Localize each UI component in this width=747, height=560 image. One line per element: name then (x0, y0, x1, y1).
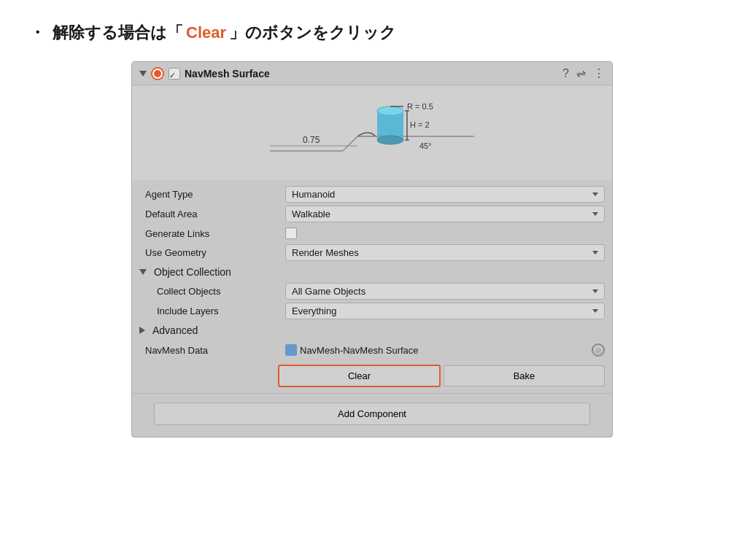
page-header: ・ 解除する場合は「Clear」のボタンをクリック (29, 22, 396, 44)
add-component-row: Add Component (132, 400, 612, 428)
navmesh-data-row: NavMesh Data NavMesh-NavMesh Surface ◎ (139, 340, 605, 360)
section-collapse-icon (139, 269, 147, 275)
include-layers-selected: Everything (292, 306, 336, 316)
header-text-before: 解除する場合は「 (53, 22, 183, 44)
use-geometry-dropdown[interactable]: Render Meshes (285, 244, 605, 261)
help-icon[interactable]: ? (562, 67, 569, 80)
add-component-button[interactable]: Add Component (154, 402, 590, 425)
header-clear-word: Clear (186, 23, 226, 42)
generate-links-value (285, 228, 605, 239)
navmesh-asset-name: NavMesh-NavMesh Surface (300, 345, 419, 356)
navmesh-target-icon[interactable]: ◎ (592, 343, 605, 357)
collect-objects-row: Collect Objects All Game Objects (139, 281, 605, 301)
bullet: ・ (29, 22, 45, 44)
properties-area: Agent Type Humanoid Default Area Walkabl… (132, 182, 612, 363)
advanced-label: Advanced (152, 324, 198, 336)
generate-links-row: Generate Links (139, 224, 605, 243)
settings-icon[interactable]: ⇌ (576, 66, 586, 80)
use-geometry-selected: Render Meshes (292, 247, 359, 258)
diagram-area: 0.75 R = 0.5 H = 2 45° (132, 85, 612, 180)
panel-header-left: NavMesh Surface (139, 67, 558, 80)
svg-point-7 (377, 136, 403, 144)
use-geometry-value: Render Meshes (285, 244, 605, 261)
dropdown-arrow-icon (592, 309, 598, 313)
agent-type-dropdown[interactable]: Humanoid (285, 186, 605, 203)
include-layers-dropdown[interactable]: Everything (285, 303, 605, 319)
panel-header-right: ? ⇌ ⋮ (562, 66, 605, 80)
default-area-dropdown[interactable]: Walkable (285, 206, 605, 222)
advanced-section[interactable]: Advanced (139, 321, 605, 340)
agent-type-selected: Humanoid (292, 189, 335, 200)
dropdown-arrow-icon (592, 192, 598, 196)
collapse-arrow-icon[interactable] (139, 71, 147, 77)
include-layers-label: Include Layers (139, 306, 285, 316)
navmesh-data-value: NavMesh-NavMesh Surface ◎ (285, 343, 605, 357)
dropdown-arrow-icon (592, 212, 598, 216)
default-area-row: Default Area Walkable (139, 204, 605, 224)
agent-type-label: Agent Type (139, 189, 285, 200)
object-collection-label: Object Collection (154, 266, 231, 278)
panel-header: NavMesh Surface ? ⇌ ⋮ (132, 62, 612, 85)
svg-text:H = 2: H = 2 (410, 120, 430, 129)
navmesh-component-icon (151, 67, 164, 80)
object-collection-section[interactable]: Object Collection (139, 262, 605, 281)
navmesh-asset: NavMesh-NavMesh Surface (285, 344, 587, 356)
collect-objects-value: All Game Objects (285, 283, 605, 300)
header-text-after: 」のボタンをクリック (229, 22, 396, 44)
svg-point-8 (377, 106, 403, 115)
generate-links-label: Generate Links (139, 228, 285, 239)
include-layers-value: Everything (285, 303, 605, 319)
divider (132, 393, 612, 394)
svg-line-1 (343, 136, 357, 151)
agent-diagram: 0.75 R = 0.5 H = 2 45° (263, 89, 481, 176)
advanced-expand-icon (139, 327, 145, 334)
clear-button[interactable]: Clear (278, 365, 441, 387)
more-options-icon[interactable]: ⋮ (593, 66, 605, 80)
inspector-panel: NavMesh Surface ? ⇌ ⋮ 0.75 R = 0.5 (131, 61, 613, 438)
collect-objects-selected: All Game Objects (292, 286, 365, 297)
collect-objects-dropdown[interactable]: All Game Objects (285, 283, 605, 300)
svg-text:45°: 45° (419, 141, 432, 150)
default-area-value: Walkable (285, 206, 605, 222)
generate-links-checkbox[interactable] (285, 228, 297, 239)
agent-type-value: Humanoid (285, 186, 605, 203)
dropdown-arrow-icon (592, 251, 598, 254)
use-geometry-label: Use Geometry (139, 247, 285, 258)
default-area-selected: Walkable (292, 209, 330, 219)
action-buttons: Clear Bake (132, 365, 612, 387)
svg-text:0.75: 0.75 (303, 135, 320, 145)
svg-text:R = 0.5: R = 0.5 (407, 102, 433, 111)
navmesh-data-label: NavMesh Data (139, 345, 285, 356)
default-area-label: Default Area (139, 209, 285, 219)
collect-objects-label: Collect Objects (139, 286, 285, 297)
navmesh-asset-icon (285, 344, 297, 356)
panel-title: NavMesh Surface (185, 68, 270, 79)
use-geometry-row: Use Geometry Render Meshes (139, 243, 605, 262)
include-layers-row: Include Layers Everything (139, 301, 605, 321)
bake-button[interactable]: Bake (444, 365, 605, 386)
component-enable-checkbox[interactable] (169, 68, 180, 79)
dropdown-arrow-icon (592, 289, 598, 293)
agent-type-row: Agent Type Humanoid (139, 184, 605, 204)
